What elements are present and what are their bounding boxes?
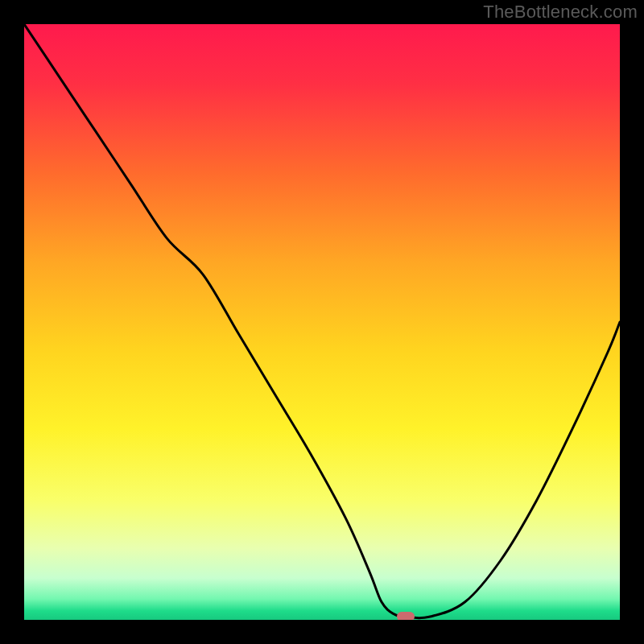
- plot-area: [24, 24, 620, 620]
- chart-svg: [24, 24, 620, 620]
- gradient-background: [24, 24, 620, 620]
- chart-frame: TheBottleneck.com: [0, 0, 644, 644]
- watermark-text: TheBottleneck.com: [483, 2, 638, 23]
- optimal-marker: [397, 612, 415, 620]
